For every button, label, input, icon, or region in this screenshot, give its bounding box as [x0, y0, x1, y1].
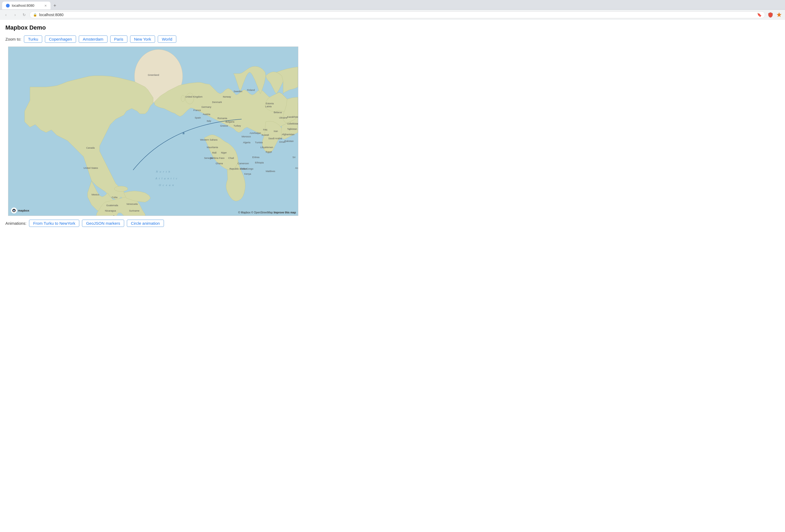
animation-label: Animations:: [5, 221, 26, 226]
page-title: Mapbox Demo: [5, 24, 780, 31]
zoom-paris-button[interactable]: Paris: [110, 35, 127, 43]
atlantic-label-north: N o r t h: [156, 170, 170, 173]
anim-geojson-button[interactable]: GeoJSON markers: [82, 220, 124, 227]
zoom-label: Zoom to:: [5, 37, 21, 42]
ireland-shape: [181, 95, 185, 102]
atlantic-label-atlantic: A t l a n t i c: [155, 177, 178, 180]
browser-chrome: localhost:8080 × +: [0, 0, 785, 10]
mapbox-logo-mark: [11, 207, 17, 213]
anim-turku-newyork-button[interactable]: From Turku to NewYork: [29, 220, 79, 227]
address-bar[interactable]: 🔒 localhost:8080 🔖: [30, 11, 765, 18]
browser-tab-active[interactable]: localhost:8080 ×: [2, 2, 51, 9]
map-attribution: © Mapbox © OpenStreetMap Improve this ma…: [238, 211, 296, 214]
zoom-turku-button[interactable]: Turku: [24, 35, 42, 43]
tab-favicon: [6, 4, 10, 7]
forward-button[interactable]: ›: [11, 11, 19, 19]
lock-icon: 🔒: [33, 13, 37, 17]
refresh-button[interactable]: ↻: [20, 11, 28, 19]
mapbox-logo-text: mapbox: [18, 209, 29, 212]
zoom-newyork-button[interactable]: New York: [130, 35, 155, 43]
zoom-world-button[interactable]: World: [158, 35, 176, 43]
brave-shield-icon[interactable]: [767, 11, 774, 19]
browser-tabs: localhost:8080 × +: [2, 2, 783, 9]
improve-map-link[interactable]: Improve this map: [274, 211, 296, 214]
mapbox-logo: mapbox: [11, 207, 29, 213]
zoom-row: Zoom to: Turku Copenhagen Amsterdam Pari…: [5, 35, 780, 43]
tab-title: localhost:8080: [12, 3, 34, 7]
attribution-text: © Mapbox © OpenStreetMap: [238, 211, 273, 214]
browser-actions: [767, 11, 783, 19]
cuba-shape: [114, 186, 128, 192]
atlantic-label-ocean: O c e a n: [159, 183, 174, 186]
map-container[interactable]: Greenland Iceland: [8, 47, 298, 216]
tab-close-button[interactable]: ×: [44, 3, 47, 8]
zoom-amsterdam-button[interactable]: Amsterdam: [79, 35, 107, 43]
back-button[interactable]: ‹: [2, 11, 10, 19]
new-tab-button[interactable]: +: [51, 2, 58, 9]
anim-circle-button[interactable]: Circle animation: [127, 220, 164, 227]
zoom-copenhagen-button[interactable]: Copenhagen: [45, 35, 76, 43]
brave-badge-icon[interactable]: [775, 11, 783, 19]
svg-marker-0: [777, 12, 782, 17]
url-text: localhost:8080: [39, 12, 755, 17]
animation-row: Animations: From Turku to NewYork GeoJSO…: [5, 220, 780, 227]
bookmark-icon: 🔖: [757, 12, 762, 17]
browser-toolbar: ‹ › ↻ 🔒 localhost:8080 🔖: [0, 10, 785, 20]
page-content: Mapbox Demo Zoom to: Turku Copenhagen Am…: [0, 20, 785, 231]
map-svg: Greenland Iceland: [8, 47, 298, 216]
